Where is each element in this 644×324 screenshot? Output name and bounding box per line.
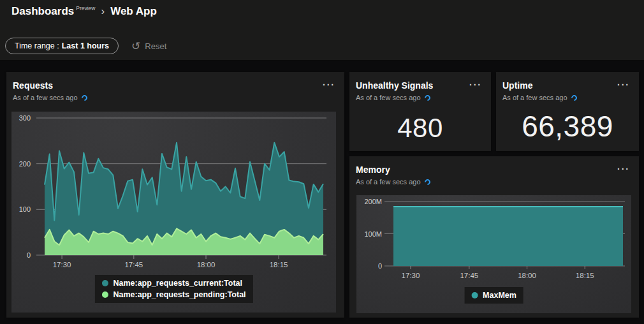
svg-text:100M: 100M — [364, 230, 382, 238]
svg-text:200: 200 — [19, 160, 31, 168]
unhealthy-as-of-text: As of a few secs ago — [356, 94, 421, 101]
refresh-icon — [423, 94, 432, 102]
unhealthy-as-of: As of a few secs ago — [356, 94, 433, 101]
requests-card: Requests As of a few secs ago ··· 010020… — [6, 72, 344, 318]
requests-chart-panel: 010020030017:3017:4518:0018:15 Name:app_… — [11, 112, 336, 313]
top-header: DashboardsPreview›Web App Time range : L… — [0, 0, 644, 61]
svg-text:0: 0 — [27, 251, 31, 259]
legend-label: MaxMem — [483, 290, 516, 300]
uptime-value: 66,389 — [496, 109, 639, 144]
legend-color-dot-icon — [471, 292, 478, 298]
legend-label: Name:app_requests_pending:Total — [113, 290, 245, 300]
memory-menu-button ellipsis-icon[interactable]: ··· — [616, 165, 631, 173]
svg-text:18:15: 18:15 — [576, 272, 594, 279]
svg-text:18:00: 18:00 — [197, 261, 216, 269]
legend-color-dot-icon — [101, 291, 108, 298]
refresh-icon — [423, 178, 432, 186]
legend-color-dot-icon — [101, 280, 108, 286]
dashboard-toolbar: Time range : Last 1 hours ↺ Reset — [5, 38, 166, 54]
memory-card-title: Memory — [356, 165, 430, 175]
uptime-as-of: As of a few secs ago — [502, 94, 577, 101]
reset-label: Reset — [145, 41, 166, 51]
refresh-icon — [80, 94, 89, 102]
memory-chart-panel: 0100M200M17:3017:4518:0018:15 MaxMem — [356, 195, 631, 313]
uptime-card: Uptime As of a few secs ago ··· 66,389 — [496, 72, 639, 151]
requests-as-of: As of a few secs ago — [13, 94, 87, 101]
unhealthy-card-title: Unhealthy Signals — [356, 80, 433, 91]
refresh-icon — [570, 94, 578, 102]
memory-chart-legend: MaxMem — [464, 287, 523, 304]
unhealthy-signals-value: 480 — [349, 113, 491, 144]
requests-chart-legend: Name:app_requests_current:TotalName:app_… — [94, 275, 252, 303]
legend-item: Name:app_requests_pending:Total — [101, 290, 245, 300]
time-range-button[interactable]: Time range : Last 1 hours — [5, 38, 119, 54]
reset-icon: ↺ — [131, 41, 140, 52]
memory-card: Memory As of a few secs ago ··· 0100M200… — [349, 156, 639, 318]
unhealthy-signals-card: Unhealthy Signals As of a few secs ago ·… — [349, 72, 491, 151]
memory-as-of: As of a few secs ago — [356, 178, 430, 186]
svg-text:100: 100 — [19, 205, 31, 213]
time-range-value: Last 1 hours — [62, 41, 109, 50]
requests-as-of-text: As of a few secs ago — [13, 94, 78, 101]
time-range-label: Time range : — [15, 41, 59, 50]
preview-badge: Preview — [76, 5, 95, 11]
memory-card-header: Memory As of a few secs ago ··· — [349, 156, 639, 186]
svg-text:0: 0 — [378, 262, 382, 270]
reset-button[interactable]: ↺ Reset — [131, 41, 166, 52]
unhealthy-menu-button ellipsis-icon[interactable]: ··· — [468, 80, 483, 89]
uptime-menu-button ellipsis-icon[interactable]: ··· — [616, 80, 631, 89]
memory-as-of-text: As of a few secs ago — [356, 178, 421, 186]
uptime-card-header: Uptime As of a few secs ago ··· — [496, 72, 639, 101]
legend-item: MaxMem — [471, 290, 516, 300]
requests-menu-button ellipsis-icon[interactable]: ··· — [321, 80, 337, 89]
svg-text:17:45: 17:45 — [460, 272, 478, 279]
svg-text:17:45: 17:45 — [124, 261, 143, 269]
legend-label: Name:app_requests_current:Total — [113, 278, 242, 288]
svg-text:18:00: 18:00 — [518, 272, 536, 279]
breadcrumb-dashboards[interactable]: Dashboards — [11, 5, 74, 17]
svg-text:200M: 200M — [364, 198, 382, 205]
svg-text:17:30: 17:30 — [53, 261, 71, 269]
chevron-right-icon: › — [101, 5, 105, 17]
uptime-as-of-text: As of a few secs ago — [502, 94, 567, 101]
unhealthy-card-header: Unhealthy Signals As of a few secs ago ·… — [349, 72, 491, 101]
legend-item: Name:app_requests_current:Total — [101, 278, 245, 288]
svg-text:17:30: 17:30 — [402, 272, 420, 279]
svg-text:18:15: 18:15 — [270, 261, 288, 269]
requests-card-header: Requests As of a few secs ago ··· — [6, 72, 344, 101]
breadcrumb-web-app: Web App — [110, 5, 157, 17]
breadcrumb: DashboardsPreview›Web App — [11, 5, 157, 18]
requests-card-title: Requests — [13, 80, 87, 91]
svg-text:300: 300 — [19, 114, 31, 122]
uptime-card-title: Uptime — [502, 80, 577, 91]
